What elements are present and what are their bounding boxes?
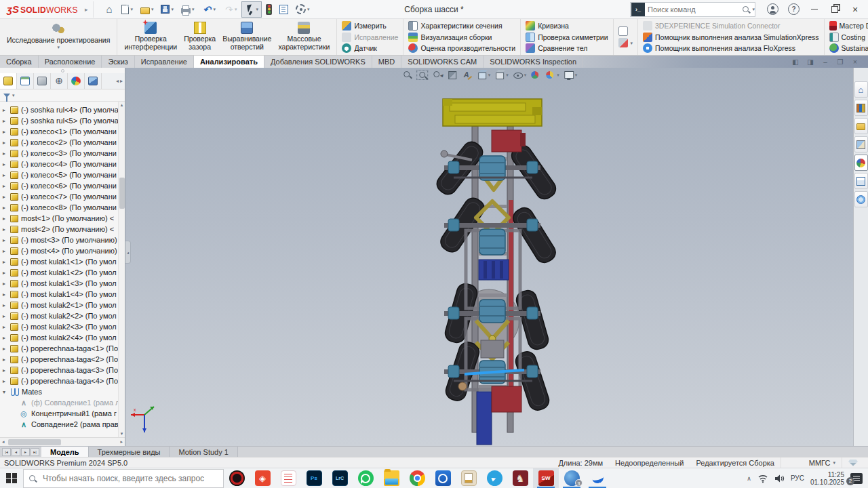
expand-arrow-icon[interactable] (3, 150, 10, 157)
ribbon-small-button[interactable]: Помощник выполнения анализа SimulationXp… (642, 32, 820, 43)
language-indicator[interactable]: РУС (791, 474, 804, 482)
ribbon-small-button[interactable]: Costing (828, 32, 868, 43)
scrollbar-thumb[interactable] (8, 439, 61, 445)
tree-item[interactable]: Совпадение2 (рама прав (3, 419, 118, 430)
scroll-down-icon[interactable]: ▾ (121, 431, 123, 436)
panel-tab[interactable] (68, 73, 85, 89)
tree-item[interactable]: (-) poperechnaa-taga<2> (По (3, 354, 118, 365)
pane-left-icon[interactable]: ◧ (789, 58, 802, 66)
expand-arrow-icon[interactable] (3, 281, 10, 287)
expand-arrow-icon[interactable] (3, 129, 10, 135)
tree-item[interactable]: Mates (3, 386, 118, 397)
task-pane-tab[interactable] (854, 118, 868, 134)
ribbon-small-button[interactable]: Sustainability (828, 43, 868, 54)
ribbon-tab[interactable]: Исправление (135, 56, 194, 68)
notification-center-icon[interactable]: 2 (850, 473, 863, 484)
wifi-icon[interactable] (757, 474, 768, 483)
taskbar-search-input[interactable] (43, 474, 219, 483)
expand-arrow-icon[interactable] (3, 172, 10, 178)
ribbon-small-button[interactable]: Помощник выполнения анализа FloXpress (642, 43, 820, 54)
taskbar-app[interactable] (250, 468, 275, 488)
scrollbar-thumb[interactable] (119, 178, 125, 209)
menu-expand-icon[interactable]: ▸ (85, 6, 88, 13)
tree-item[interactable]: (-) most kulak2<2> (По умол (3, 310, 118, 321)
taskbar-app[interactable]: SW (533, 468, 559, 488)
tree-item[interactable]: (-) poperechnaa-taga<4> (По (3, 375, 118, 386)
units-dropdown-icon[interactable]: ▾ (833, 460, 835, 466)
ribbon-big-button[interactable]: Проверка зазора (180, 20, 219, 54)
ribbon-small-button[interactable]: Визуализация сборки (407, 32, 517, 43)
clock[interactable]: 11:25 01.10.2025 (810, 471, 844, 486)
quick-tool-button[interactable]: ▾ (292, 1, 313, 18)
ribbon-tab[interactable]: SOLIDWORKS Inspection (484, 56, 583, 68)
tree-item[interactable]: (-) колесо<5> (По умолчани (3, 169, 118, 180)
minimize-button[interactable] (804, 0, 825, 19)
ribbon-small-button[interactable]: Исправление (340, 32, 399, 43)
task-pane-tab[interactable] (854, 100, 868, 116)
tree-item[interactable]: (-) колесо<4> (По умолчани (3, 159, 118, 169)
expand-arrow-icon[interactable] (3, 313, 10, 319)
ribbon-small-button[interactable]: Измерить (340, 20, 399, 31)
expand-arrow-icon[interactable] (3, 118, 10, 124)
quick-tool-button[interactable]: ▾ (241, 1, 262, 18)
expand-arrow-icon[interactable] (3, 346, 10, 352)
taskbar-app[interactable] (585, 468, 610, 488)
expand-arrow-icon[interactable] (3, 335, 10, 341)
doc-restore-icon[interactable]: ❐ (834, 58, 846, 66)
dropdown-caret-icon[interactable]: ▾ (57, 45, 60, 49)
quick-tool-button[interactable]: ▾ (157, 1, 177, 18)
restore-button[interactable] (825, 0, 845, 19)
taskbar-app[interactable] (353, 468, 378, 488)
expand-arrow-icon[interactable] (3, 302, 10, 308)
taskbar-app[interactable] (430, 468, 456, 488)
ribbon-icon-button[interactable]: ▾ (617, 26, 635, 37)
taskbar-app[interactable] (507, 468, 533, 488)
quick-tool-button[interactable]: ▾ (100, 1, 117, 18)
search-icon[interactable] (741, 5, 751, 14)
panel-tab[interactable] (51, 73, 68, 89)
command-search-input[interactable] (648, 5, 741, 14)
ribbon-tab[interactable]: Расположение (39, 56, 102, 68)
doc-close-icon[interactable]: × (849, 58, 861, 66)
tree-item[interactable]: (-) most kulak2<3> (По умол (3, 321, 118, 332)
help-icon[interactable]: ? (788, 3, 800, 15)
ribbon-small-button[interactable]: 3DEXPERIENCE Simulation Connector (642, 20, 820, 31)
dropdown-caret-icon[interactable]: ▾ (256, 7, 259, 12)
expand-arrow-icon[interactable] (3, 161, 10, 167)
expand-arrow-icon[interactable] (3, 378, 10, 384)
task-pane-tab[interactable] (854, 155, 868, 171)
tree-filter-bar[interactable]: ▾ (0, 89, 125, 102)
task-pane-tab[interactable] (854, 191, 868, 207)
ribbon-tab[interactable]: MBD (372, 56, 401, 68)
task-pane-tab[interactable] (854, 136, 868, 152)
ribbon-small-button[interactable]: Мастер DriveWorksXpress (828, 20, 868, 31)
taskbar-app[interactable] (456, 468, 481, 488)
filter-dropdown-icon[interactable]: ▾ (12, 93, 15, 98)
tree-item[interactable]: (-) poperechnaa-taga<1> (По (3, 343, 118, 354)
ribbon-big-button[interactable]: Проверка интерференции (121, 20, 180, 54)
tree-scrollbar[interactable]: ▴ ▾ (118, 102, 125, 437)
search-dropdown-icon[interactable]: ▾ (752, 7, 755, 12)
ribbon-big-button[interactable]: Массовые характеристики (275, 20, 333, 54)
expand-arrow-icon[interactable] (3, 259, 10, 265)
taskbar-app[interactable] (481, 468, 507, 488)
quick-tool-button[interactable]: ▾ (118, 1, 136, 18)
tree-item[interactable]: (-) soshka rul<4> (По умолчан (3, 104, 118, 115)
document-view-tab[interactable]: Трехмерные виды (89, 447, 170, 457)
taskbar-app[interactable] (404, 468, 430, 488)
expand-arrow-icon[interactable] (3, 324, 10, 330)
expand-arrow-icon[interactable] (3, 226, 10, 232)
panel-tab[interactable] (0, 73, 17, 89)
start-button[interactable] (0, 468, 23, 488)
panel-tab[interactable] (34, 73, 51, 89)
dropdown-caret-icon[interactable]: ▾ (192, 7, 195, 12)
ribbon-tab[interactable]: Анализировать (194, 56, 264, 68)
tree-item[interactable]: (-) most<4> (По умолчанию) (3, 245, 118, 256)
scroll-right-icon[interactable]: ▸ (118, 439, 125, 445)
quick-tool-button[interactable]: ▾ (137, 1, 157, 18)
expand-arrow-icon[interactable] (3, 291, 10, 298)
chassis-model[interactable]: x (125, 68, 853, 446)
task-pane-tab[interactable] (854, 81, 868, 98)
taskbar-app[interactable]: LrC (327, 468, 353, 488)
graphics-area[interactable]: ▾▾▾▾▾▾▾▾▾▾▾ (125, 68, 853, 446)
